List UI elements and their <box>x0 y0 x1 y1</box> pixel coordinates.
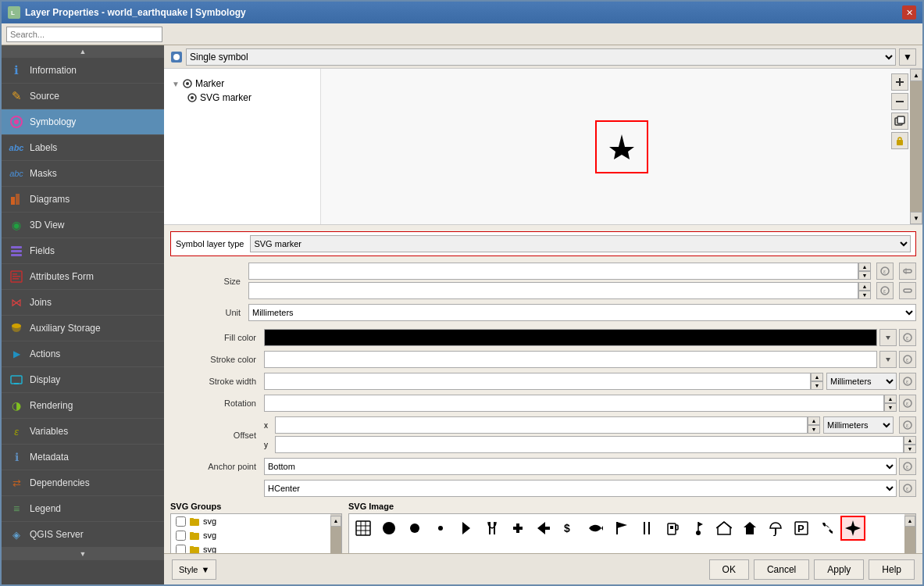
sidebar-item-joins[interactable]: ⋈ Joins <box>2 290 164 316</box>
symbol-type-expand[interactable]: ▼ <box>899 48 916 66</box>
sidebar-item-labels[interactable]: abc Labels <box>2 135 164 161</box>
offset-data-button[interactable]: ε <box>899 416 916 434</box>
svg-icon-phone[interactable] <box>815 516 840 541</box>
height-data-button[interactable]: ε <box>876 282 894 299</box>
offset-x-spin-down[interactable]: ▼ <box>808 425 820 434</box>
duplicate-layer-button[interactable] <box>891 113 908 130</box>
sidebar-item-attributes-form[interactable]: Attributes Form <box>2 264 164 290</box>
svg-icon-fork2[interactable] <box>634 516 659 541</box>
sidebar-item-display[interactable]: Display <box>2 367 164 393</box>
offset-x-input[interactable]: 0.000000 <box>275 416 808 434</box>
sidebar-item-dependencies[interactable]: ⇄ Dependencies <box>2 470 164 496</box>
height-input[interactable]: 4.000000 <box>248 282 858 299</box>
close-button[interactable]: ✕ <box>902 5 916 20</box>
offset-y-spin-up[interactable]: ▲ <box>904 436 916 445</box>
preview-scroll-up[interactable]: ▲ <box>910 69 922 81</box>
rotation-spin-down[interactable]: ▼ <box>884 403 897 412</box>
help-button[interactable]: Help <box>869 559 915 580</box>
anchor-select-1[interactable]: Bottom Top Center <box>264 458 897 475</box>
stroke-color-swatch[interactable] <box>264 351 877 368</box>
sidebar-item-masks[interactable]: abc Masks <box>2 161 164 187</box>
tree-item-marker[interactable]: ▼ Marker <box>172 77 312 91</box>
cancel-button[interactable]: Cancel <box>754 559 809 580</box>
preview-scroll-down[interactable]: ▼ <box>910 212 922 224</box>
width-input[interactable]: 4.000000 <box>248 263 858 280</box>
search-input[interactable] <box>6 27 162 42</box>
style-button[interactable]: Style ▼ <box>172 559 216 580</box>
svg-icon-circle-small[interactable] <box>402 516 427 541</box>
stroke-width-input[interactable]: No stroke <box>264 373 811 390</box>
sidebar-item-variables[interactable]: ε Variables <box>2 419 164 445</box>
apply-button[interactable]: Apply <box>814 559 864 580</box>
offset-y-input[interactable]: 0.000000 <box>275 436 904 453</box>
svg-icon-fish[interactable] <box>583 516 608 541</box>
svg-icon-cross[interactable] <box>505 516 530 541</box>
stroke-width-spin-down[interactable]: ▼ <box>811 381 823 390</box>
svg-group-item-3[interactable]: svg <box>171 542 341 553</box>
height-spin-down[interactable]: ▼ <box>858 291 871 299</box>
sidebar-scroll-up[interactable]: ▲ <box>2 45 164 58</box>
width-link-button[interactable] <box>899 263 916 280</box>
sidebar-scroll-down[interactable]: ▼ <box>2 548 164 560</box>
svg-icon-circle-filled[interactable] <box>376 516 401 541</box>
remove-layer-button[interactable] <box>891 93 908 110</box>
stroke-color-select[interactable] <box>879 351 897 368</box>
rotation-data[interactable]: ε <box>899 395 916 412</box>
stroke-width-unit[interactable]: Millimeters <box>826 373 897 390</box>
svg-icon-fuel[interactable] <box>660 516 685 541</box>
svg-icon-grid-icon[interactable] <box>351 516 376 541</box>
anchor-data-2[interactable]: ε <box>899 480 916 497</box>
width-spin-down[interactable]: ▼ <box>858 271 871 280</box>
fill-color-data[interactable]: ε <box>899 329 916 346</box>
svg-icon-house2[interactable] <box>737 516 762 541</box>
width-spin-up[interactable]: ▲ <box>858 263 871 271</box>
sidebar-item-diagrams[interactable]: Diagrams <box>2 187 164 213</box>
sidebar-item-actions[interactable]: ▶ Actions <box>2 341 164 367</box>
svg-icon-airplane[interactable] <box>840 516 865 541</box>
lock-layer-button[interactable] <box>891 132 908 149</box>
offset-unit-select[interactable]: Millimeters <box>823 416 894 434</box>
stroke-width-spin-up[interactable]: ▲ <box>811 373 823 381</box>
tree-item-svg-marker[interactable]: SVG marker <box>187 91 312 105</box>
width-data-button[interactable]: ε <box>876 263 894 280</box>
symbol-layer-type-select[interactable]: SVG marker <box>250 235 911 252</box>
sidebar-item-rendering[interactable]: ◑ Rendering <box>2 393 164 419</box>
symbol-type-select[interactable]: Single symbol Categorized Graduated <box>186 48 896 66</box>
offset-y-spin-down[interactable]: ▼ <box>904 445 916 453</box>
svg-icon-fork[interactable] <box>454 516 479 541</box>
svg-icon-flag[interactable] <box>608 516 633 541</box>
svg-icon-umbrella[interactable] <box>763 516 788 541</box>
rotation-spin-up[interactable]: ▲ <box>884 395 897 403</box>
sidebar-item-qgis-server[interactable]: ◈ QGIS Server <box>2 522 164 548</box>
svg-icon-dot[interactable] <box>428 516 453 541</box>
sidebar-item-fields[interactable]: Fields <box>2 238 164 264</box>
sidebar-item-legend[interactable]: ≡ Legend <box>2 496 164 522</box>
fill-color-swatch[interactable] <box>264 329 877 346</box>
svg-image-scroll-up[interactable]: ▲ <box>904 516 915 527</box>
unit-select[interactable]: Millimeters Map units Pixels <box>248 304 916 321</box>
stroke-width-data[interactable]: ε <box>899 373 916 390</box>
svg-icon-golf[interactable] <box>686 516 711 541</box>
sidebar-item-information[interactable]: ℹ Information <box>2 58 164 84</box>
sidebar-item-auxiliary-storage[interactable]: Auxiliary Storage <box>2 316 164 341</box>
add-layer-button[interactable] <box>891 73 908 91</box>
height-link-button[interactable] <box>899 282 916 299</box>
stroke-color-data[interactable]: ε <box>899 351 916 368</box>
anchor-select-2[interactable]: HCenter Left Right <box>264 480 897 497</box>
ok-button[interactable]: OK <box>709 559 749 580</box>
svg-group-checkbox-2[interactable] <box>176 531 186 541</box>
sidebar-item-metadata[interactable]: ℹ Metadata <box>2 445 164 470</box>
height-spin-up[interactable]: ▲ <box>858 282 871 291</box>
svg-group-checkbox-1[interactable] <box>176 516 186 527</box>
anchor-data-1[interactable]: ε <box>899 458 916 475</box>
svg-icon-house[interactable] <box>712 516 737 541</box>
svg-group-item-2[interactable]: svg <box>171 528 341 542</box>
svg-icon-utensils[interactable] <box>480 516 505 541</box>
sidebar-item-3dview[interactable]: ◉ 3D View <box>2 213 164 238</box>
svg-icon-arrow[interactable] <box>531 516 556 541</box>
svg-groups-scroll-up[interactable]: ▲ <box>330 516 341 527</box>
sidebar-item-symbology[interactable]: Symbology <box>2 109 164 135</box>
svg-icon-dollar[interactable]: $ <box>557 516 582 541</box>
offset-x-spin-up[interactable]: ▲ <box>808 416 820 425</box>
fill-color-select[interactable] <box>879 329 897 346</box>
